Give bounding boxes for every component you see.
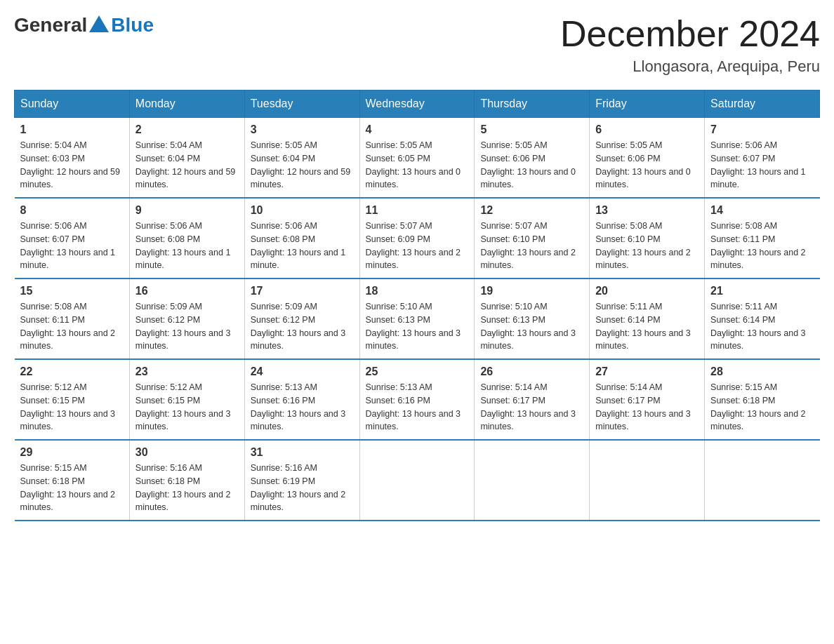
day-number: 30 <box>135 446 239 459</box>
calendar-cell: 14Sunrise: 5:08 AMSunset: 6:11 PMDayligh… <box>705 198 820 279</box>
day-info: Sunrise: 5:16 AMSunset: 6:18 PMDaylight:… <box>135 462 239 514</box>
calendar-cell: 25Sunrise: 5:13 AMSunset: 6:16 PMDayligh… <box>359 359 475 440</box>
logo-general-text: General <box>14 14 87 36</box>
day-number: 29 <box>20 446 124 459</box>
day-info: Sunrise: 5:09 AMSunset: 6:12 PMDaylight:… <box>251 300 354 353</box>
day-number: 27 <box>595 365 699 378</box>
calendar-cell: 15Sunrise: 5:08 AMSunset: 6:11 PMDayligh… <box>15 279 130 359</box>
day-header-sunday: Sunday <box>15 90 130 118</box>
day-info: Sunrise: 5:07 AMSunset: 6:09 PMDaylight:… <box>366 220 469 272</box>
calendar-cell <box>590 440 705 521</box>
day-info: Sunrise: 5:05 AMSunset: 6:04 PMDaylight:… <box>251 139 354 192</box>
day-number: 5 <box>480 123 583 136</box>
day-info: Sunrise: 5:05 AMSunset: 6:06 PMDaylight:… <box>595 139 699 192</box>
day-info: Sunrise: 5:11 AMSunset: 6:14 PMDaylight:… <box>710 300 814 353</box>
day-number: 31 <box>251 446 354 459</box>
day-number: 25 <box>366 365 469 378</box>
calendar-week-row: 1Sunrise: 5:04 AMSunset: 6:03 PMDaylight… <box>15 118 820 199</box>
calendar-header: SundayMondayTuesdayWednesdayThursdayFrid… <box>15 90 820 118</box>
day-info: Sunrise: 5:12 AMSunset: 6:15 PMDaylight:… <box>135 381 239 434</box>
calendar-cell: 8Sunrise: 5:06 AMSunset: 6:07 PMDaylight… <box>15 198 130 279</box>
day-number: 6 <box>595 123 699 136</box>
day-info: Sunrise: 5:05 AMSunset: 6:05 PMDaylight:… <box>366 139 469 192</box>
calendar-cell: 16Sunrise: 5:09 AMSunset: 6:12 PMDayligh… <box>129 279 244 359</box>
calendar-cell: 4Sunrise: 5:05 AMSunset: 6:05 PMDaylight… <box>359 118 475 199</box>
day-info: Sunrise: 5:06 AMSunset: 6:07 PMDaylight:… <box>710 139 814 192</box>
logo-triangle-icon <box>89 15 109 32</box>
page-header: General Blue December 2024 Llongasora, A… <box>14 14 820 76</box>
calendar-week-row: 15Sunrise: 5:08 AMSunset: 6:11 PMDayligh… <box>15 279 820 359</box>
calendar-cell <box>475 440 590 521</box>
day-info: Sunrise: 5:06 AMSunset: 6:08 PMDaylight:… <box>135 220 239 272</box>
logo-blue-text: Blue <box>111 14 154 36</box>
day-info: Sunrise: 5:04 AMSunset: 6:03 PMDaylight:… <box>20 139 124 192</box>
day-number: 16 <box>135 285 239 297</box>
day-number: 11 <box>366 204 469 217</box>
day-number: 3 <box>251 123 354 136</box>
calendar-cell: 18Sunrise: 5:10 AMSunset: 6:13 PMDayligh… <box>359 279 475 359</box>
day-number: 28 <box>710 365 814 378</box>
day-number: 10 <box>251 204 354 217</box>
calendar-cell: 22Sunrise: 5:12 AMSunset: 6:15 PMDayligh… <box>15 359 130 440</box>
calendar-cell: 12Sunrise: 5:07 AMSunset: 6:10 PMDayligh… <box>475 198 590 279</box>
calendar-cell: 17Sunrise: 5:09 AMSunset: 6:12 PMDayligh… <box>244 279 359 359</box>
day-number: 7 <box>710 123 814 136</box>
calendar-cell: 24Sunrise: 5:13 AMSunset: 6:16 PMDayligh… <box>244 359 359 440</box>
calendar-cell <box>705 440 820 521</box>
day-number: 9 <box>135 204 239 217</box>
calendar-cell: 2Sunrise: 5:04 AMSunset: 6:04 PMDaylight… <box>129 118 244 199</box>
logo: General Blue <box>14 14 154 36</box>
calendar-cell: 5Sunrise: 5:05 AMSunset: 6:06 PMDaylight… <box>475 118 590 199</box>
day-info: Sunrise: 5:08 AMSunset: 6:11 PMDaylight:… <box>710 220 814 272</box>
calendar-cell: 29Sunrise: 5:15 AMSunset: 6:18 PMDayligh… <box>15 440 130 521</box>
calendar-cell: 19Sunrise: 5:10 AMSunset: 6:13 PMDayligh… <box>475 279 590 359</box>
day-number: 18 <box>366 285 469 297</box>
calendar-cell: 28Sunrise: 5:15 AMSunset: 6:18 PMDayligh… <box>705 359 820 440</box>
calendar-cell: 9Sunrise: 5:06 AMSunset: 6:08 PMDaylight… <box>129 198 244 279</box>
day-info: Sunrise: 5:10 AMSunset: 6:13 PMDaylight:… <box>366 300 469 353</box>
calendar-cell <box>359 440 475 521</box>
day-info: Sunrise: 5:14 AMSunset: 6:17 PMDaylight:… <box>480 381 583 434</box>
day-info: Sunrise: 5:13 AMSunset: 6:16 PMDaylight:… <box>251 381 354 434</box>
calendar-cell: 6Sunrise: 5:05 AMSunset: 6:06 PMDaylight… <box>590 118 705 199</box>
calendar-cell: 3Sunrise: 5:05 AMSunset: 6:04 PMDaylight… <box>244 118 359 199</box>
day-info: Sunrise: 5:15 AMSunset: 6:18 PMDaylight:… <box>710 381 814 434</box>
day-number: 26 <box>480 365 583 378</box>
day-number: 20 <box>595 285 699 297</box>
title-section: December 2024 Llongasora, Arequipa, Peru <box>560 14 820 76</box>
calendar-table: SundayMondayTuesdayWednesdayThursdayFrid… <box>14 90 820 521</box>
calendar-cell: 7Sunrise: 5:06 AMSunset: 6:07 PMDaylight… <box>705 118 820 199</box>
calendar-cell: 1Sunrise: 5:04 AMSunset: 6:03 PMDaylight… <box>15 118 130 199</box>
day-number: 14 <box>710 204 814 217</box>
location-subtitle: Llongasora, Arequipa, Peru <box>560 58 820 76</box>
day-info: Sunrise: 5:08 AMSunset: 6:11 PMDaylight:… <box>20 300 124 353</box>
calendar-cell: 26Sunrise: 5:14 AMSunset: 6:17 PMDayligh… <box>475 359 590 440</box>
day-info: Sunrise: 5:14 AMSunset: 6:17 PMDaylight:… <box>595 381 699 434</box>
day-header-monday: Monday <box>129 90 244 118</box>
day-number: 15 <box>20 285 124 297</box>
day-number: 13 <box>595 204 699 217</box>
day-number: 23 <box>135 365 239 378</box>
day-number: 22 <box>20 365 124 378</box>
day-header-tuesday: Tuesday <box>244 90 359 118</box>
day-info: Sunrise: 5:11 AMSunset: 6:14 PMDaylight:… <box>595 300 699 353</box>
day-number: 2 <box>135 123 239 136</box>
calendar-cell: 20Sunrise: 5:11 AMSunset: 6:14 PMDayligh… <box>590 279 705 359</box>
calendar-cell: 31Sunrise: 5:16 AMSunset: 6:19 PMDayligh… <box>244 440 359 521</box>
calendar-week-row: 8Sunrise: 5:06 AMSunset: 6:07 PMDaylight… <box>15 198 820 279</box>
day-header-friday: Friday <box>590 90 705 118</box>
day-info: Sunrise: 5:13 AMSunset: 6:16 PMDaylight:… <box>366 381 469 434</box>
day-info: Sunrise: 5:06 AMSunset: 6:08 PMDaylight:… <box>251 220 354 272</box>
calendar-cell: 10Sunrise: 5:06 AMSunset: 6:08 PMDayligh… <box>244 198 359 279</box>
calendar-cell: 23Sunrise: 5:12 AMSunset: 6:15 PMDayligh… <box>129 359 244 440</box>
day-number: 21 <box>710 285 814 297</box>
month-title: December 2024 <box>560 14 820 54</box>
calendar-cell: 30Sunrise: 5:16 AMSunset: 6:18 PMDayligh… <box>129 440 244 521</box>
day-info: Sunrise: 5:12 AMSunset: 6:15 PMDaylight:… <box>20 381 124 434</box>
calendar-cell: 11Sunrise: 5:07 AMSunset: 6:09 PMDayligh… <box>359 198 475 279</box>
calendar-body: 1Sunrise: 5:04 AMSunset: 6:03 PMDaylight… <box>15 118 820 521</box>
day-info: Sunrise: 5:05 AMSunset: 6:06 PMDaylight:… <box>480 139 583 192</box>
day-info: Sunrise: 5:10 AMSunset: 6:13 PMDaylight:… <box>480 300 583 353</box>
day-number: 1 <box>20 123 124 136</box>
day-number: 4 <box>366 123 469 136</box>
